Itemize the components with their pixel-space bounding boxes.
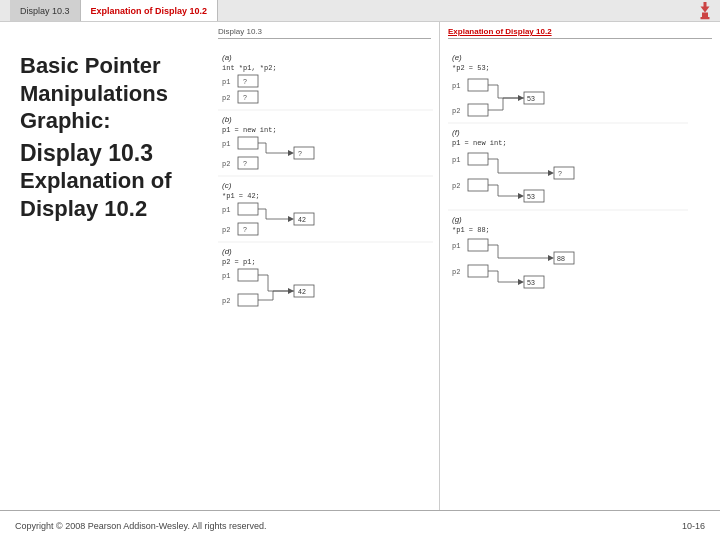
svg-text:(g): (g): [452, 215, 462, 224]
svg-rect-102: [468, 265, 488, 277]
svg-text:p1: p1: [452, 242, 460, 250]
svg-text:(b): (b): [222, 115, 232, 124]
svg-text:42: 42: [298, 288, 306, 295]
svg-text:p2: p2: [222, 94, 230, 102]
tab-display10-3[interactable]: Display 10.3: [10, 0, 81, 21]
diagram-right: Explanation of Display 10.2 (e) *p2 = 53…: [440, 22, 720, 510]
svg-text:p1 = new int;: p1 = new int;: [452, 139, 507, 147]
svg-text:?: ?: [298, 150, 302, 157]
svg-rect-38: [238, 223, 258, 235]
title-line4: Display 10.3: [20, 139, 195, 168]
svg-text:p2: p2: [222, 226, 230, 234]
svg-marker-20: [288, 150, 294, 156]
svg-rect-94: [468, 239, 488, 251]
svg-text:p1: p1: [222, 78, 230, 86]
svg-rect-24: [238, 157, 258, 169]
svg-text:*p2 = 53;: *p2 = 53;: [452, 64, 490, 72]
svg-rect-75: [468, 153, 488, 165]
svg-rect-44: [238, 269, 258, 281]
svg-rect-59: [468, 79, 488, 91]
svg-text:p1 = new int;: p1 = new int;: [222, 126, 277, 134]
svg-rect-30: [238, 203, 258, 215]
svg-text:p2: p2: [452, 182, 460, 190]
title-line3: Graphic:: [20, 107, 195, 135]
logo-icon: [696, 2, 714, 20]
left-tab1-label: Display 10.3: [218, 27, 262, 36]
svg-text:53: 53: [527, 193, 535, 200]
svg-rect-67: [468, 104, 488, 116]
svg-text:(e): (e): [452, 53, 462, 62]
svg-text:(a): (a): [222, 53, 232, 62]
svg-text:?: ?: [558, 170, 562, 177]
svg-text:?: ?: [243, 226, 247, 233]
svg-text:?: ?: [243, 78, 247, 85]
svg-text:*p1 = 42;: *p1 = 42;: [222, 192, 260, 200]
svg-text:(d): (d): [222, 247, 232, 256]
svg-rect-80: [554, 167, 574, 179]
right-diagram-svg: (e) *p2 = 53; p1 53 p2 (f) p1 = new int;…: [448, 43, 688, 493]
right-tab-label: Explanation of Display 10.2: [448, 27, 552, 36]
title-line2: Manipulations: [20, 80, 195, 108]
svg-text:p2: p2: [452, 107, 460, 115]
svg-text:p2: p2: [452, 268, 460, 276]
svg-marker-106: [518, 279, 524, 285]
top-bar: Display 10.3 Explanation of Display 10.2: [0, 0, 720, 22]
svg-text:42: 42: [298, 216, 306, 223]
svg-text:p1: p1: [222, 272, 230, 280]
title-line5: Explanation of: [20, 167, 195, 195]
svg-marker-98: [548, 255, 554, 261]
svg-rect-3: [701, 17, 710, 19]
svg-text:p2 = p1;: p2 = p1;: [222, 258, 256, 266]
svg-rect-21: [294, 147, 314, 159]
footer-page: 10-16: [682, 521, 705, 531]
right-section-header: Explanation of Display 10.2: [448, 27, 712, 39]
tab-explanation[interactable]: Explanation of Display 10.2: [81, 0, 219, 21]
left-section-header: Display 10.3: [218, 27, 431, 39]
svg-rect-10: [238, 91, 258, 103]
svg-text:p2: p2: [222, 160, 230, 168]
svg-rect-83: [468, 179, 488, 191]
svg-text:*p1 = 88;: *p1 = 88;: [452, 226, 490, 234]
svg-marker-87: [518, 193, 524, 199]
main-content: Display 10.3 (a) int *p1, *p2; p1 ? p2 ?…: [210, 22, 720, 510]
svg-text:88: 88: [557, 255, 565, 262]
logo-area: [690, 0, 720, 22]
svg-rect-16: [238, 137, 258, 149]
svg-rect-52: [238, 294, 258, 306]
diagram-left: Display 10.3 (a) int *p1, *p2; p1 ? p2 ?…: [210, 22, 440, 510]
svg-text:(c): (c): [222, 181, 232, 190]
svg-text:p1: p1: [452, 82, 460, 90]
svg-text:int *p1, *p2;: int *p1, *p2;: [222, 64, 277, 72]
svg-text:p1: p1: [222, 140, 230, 148]
left-diagram-svg: (a) int *p1, *p2; p1 ? p2 ? (b) p1 = new…: [218, 43, 433, 493]
footer-copyright: Copyright © 2008 Pearson Addison-Wesley.…: [15, 521, 266, 531]
svg-text:53: 53: [527, 279, 535, 286]
svg-text:p1: p1: [222, 206, 230, 214]
svg-marker-79: [548, 170, 554, 176]
svg-text:(f): (f): [452, 128, 460, 137]
svg-text:p1: p1: [452, 156, 460, 164]
svg-rect-7: [238, 75, 258, 87]
tab-area: Display 10.3 Explanation of Display 10.2: [10, 0, 218, 21]
title-line1: Basic Pointer: [20, 52, 195, 80]
svg-text:?: ?: [243, 160, 247, 167]
svg-text:p2: p2: [222, 297, 230, 305]
svg-text:53: 53: [527, 95, 535, 102]
title-line6: Display 10.2: [20, 195, 195, 223]
svg-marker-1: [701, 7, 710, 13]
svg-marker-34: [288, 216, 294, 222]
svg-text:?: ?: [243, 94, 247, 101]
left-panel: Basic Pointer Manipulations Graphic: Dis…: [0, 22, 210, 510]
footer: Copyright © 2008 Pearson Addison-Wesley.…: [0, 510, 720, 540]
